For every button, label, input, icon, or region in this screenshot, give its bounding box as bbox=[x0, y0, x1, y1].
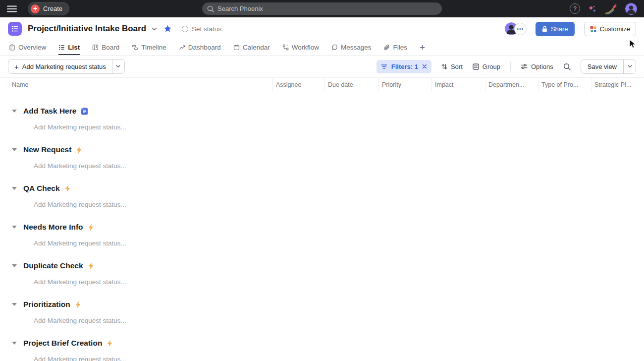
add-task-row[interactable]: Add Marketing request status... bbox=[34, 162, 644, 170]
title-dropdown-chevron-icon[interactable] bbox=[152, 27, 157, 31]
options-button[interactable]: Options bbox=[521, 63, 553, 70]
lock-icon bbox=[542, 26, 547, 32]
ai-sparkles-icon[interactable] bbox=[588, 4, 597, 13]
task-list: Add Task Here Add Marketing request stat… bbox=[0, 104, 644, 361]
tab-messages[interactable]: Messages bbox=[331, 40, 372, 55]
calendar-icon bbox=[233, 44, 240, 51]
add-task-row[interactable]: Add Marketing request status... bbox=[34, 278, 644, 286]
tab-dashboard[interactable]: Dashboard bbox=[179, 40, 221, 55]
collapse-chevron-icon[interactable] bbox=[12, 110, 17, 113]
save-view-split-button: Save view bbox=[581, 59, 636, 74]
collapse-chevron-icon[interactable] bbox=[12, 342, 17, 345]
tab-label: Board bbox=[102, 44, 119, 51]
tab-files[interactable]: Files bbox=[383, 40, 407, 55]
column-header-due-date[interactable]: Due date bbox=[324, 78, 378, 92]
add-task-row[interactable]: Add Marketing request status... bbox=[34, 356, 644, 361]
group-title[interactable]: Duplicate Check bbox=[23, 261, 83, 270]
status-circle-icon bbox=[182, 26, 188, 32]
add-marketing-request-status-button[interactable]: + Add Marketing request status bbox=[8, 59, 112, 74]
group-header: New Request bbox=[12, 143, 644, 157]
add-view-button[interactable]: + bbox=[420, 40, 425, 55]
collapse-chevron-icon[interactable] bbox=[12, 148, 17, 151]
hamburger-menu-icon[interactable] bbox=[7, 5, 18, 13]
group-title[interactable]: Add Task Here bbox=[23, 107, 76, 116]
save-view-button[interactable]: Save view bbox=[581, 59, 624, 74]
customize-button[interactable]: Customize bbox=[584, 22, 636, 36]
add-status-dropdown-chevron[interactable] bbox=[112, 59, 125, 74]
add-task-row[interactable]: Add Marketing request status... bbox=[34, 240, 644, 247]
document-icon[interactable] bbox=[81, 108, 88, 115]
status-group: Needs More Info Add Marketing request st… bbox=[12, 220, 644, 247]
column-header-type-of-project[interactable]: Type of Pro... bbox=[538, 78, 591, 92]
tab-label: Files bbox=[393, 44, 407, 51]
collapse-chevron-icon[interactable] bbox=[12, 187, 17, 190]
group-title[interactable]: Prioritization bbox=[23, 300, 70, 309]
collapse-chevron-icon[interactable] bbox=[12, 264, 17, 267]
create-button[interactable]: + Create bbox=[28, 2, 69, 15]
page-header: Project/Initiative Intake Board Set stat… bbox=[0, 17, 644, 40]
set-status-button[interactable]: Set status bbox=[182, 25, 221, 33]
tab-calendar[interactable]: Calendar bbox=[233, 40, 270, 55]
bolt-icon[interactable] bbox=[107, 340, 113, 347]
save-view-label: Save view bbox=[588, 63, 617, 70]
plus-icon: + bbox=[420, 42, 425, 53]
add-task-row[interactable]: Add Marketing request status... bbox=[34, 123, 644, 131]
status-group: Project Brief Creation Add Marketing req… bbox=[12, 336, 644, 361]
group-title[interactable]: QA Check bbox=[23, 184, 60, 193]
filters-chip[interactable]: Filters: 1 bbox=[376, 60, 431, 73]
search-tasks-icon[interactable] bbox=[563, 63, 571, 70]
column-header-name[interactable]: Name bbox=[0, 78, 272, 92]
bolt-icon[interactable] bbox=[64, 185, 71, 192]
tab-label: Timeline bbox=[141, 44, 166, 51]
workflow-icon bbox=[282, 44, 289, 51]
more-members-button[interactable]: ••• bbox=[514, 23, 527, 35]
tab-workflow[interactable]: Workflow bbox=[282, 40, 319, 55]
share-label: Share bbox=[551, 25, 568, 33]
page-title: Project/Initiative Intake Board bbox=[28, 24, 146, 34]
set-status-label: Set status bbox=[192, 25, 221, 33]
list-toolbar: + Add Marketing request status Filters: … bbox=[0, 56, 644, 77]
add-task-row[interactable]: Add Marketing request status... bbox=[34, 201, 644, 208]
clear-filters-icon[interactable] bbox=[422, 64, 427, 69]
column-header-department[interactable]: Departmen... bbox=[485, 78, 538, 92]
group-title[interactable]: Project Brief Creation bbox=[23, 339, 102, 348]
collapse-chevron-icon[interactable] bbox=[12, 226, 17, 229]
favorite-star-icon[interactable] bbox=[163, 25, 172, 33]
bolt-icon[interactable] bbox=[88, 224, 94, 231]
tab-list[interactable]: List bbox=[58, 40, 80, 55]
add-task-row[interactable]: Add Marketing request status... bbox=[34, 317, 644, 324]
user-avatar[interactable] bbox=[625, 3, 637, 15]
group-title[interactable]: New Request bbox=[23, 145, 71, 154]
add-status-split-button: + Add Marketing request status bbox=[8, 59, 125, 74]
column-header-assignee[interactable]: Assignee bbox=[272, 78, 324, 92]
column-header-impact[interactable]: Impact bbox=[431, 78, 485, 92]
bolt-icon[interactable] bbox=[88, 262, 94, 270]
search-input[interactable]: Search Phoenix bbox=[202, 2, 442, 15]
tab-overview[interactable]: Overview bbox=[9, 40, 46, 55]
project-list-icon[interactable] bbox=[8, 22, 22, 36]
group-title[interactable]: Needs More Info bbox=[23, 223, 83, 232]
chevron-down-icon bbox=[628, 65, 632, 68]
collapse-chevron-icon[interactable] bbox=[12, 303, 17, 306]
add-status-label: Add Marketing request status bbox=[22, 63, 106, 70]
share-button[interactable]: Share bbox=[536, 22, 575, 36]
phoenix-celebration-icon[interactable] bbox=[604, 3, 618, 14]
tab-label: Calendar bbox=[243, 44, 270, 51]
column-header-strategic-pillar[interactable]: Strategic Pi... bbox=[591, 78, 644, 92]
column-header-priority[interactable]: Priority bbox=[378, 78, 431, 92]
group-label: Group bbox=[483, 63, 500, 70]
bolt-icon[interactable] bbox=[75, 301, 81, 308]
bolt-icon[interactable] bbox=[76, 146, 82, 154]
sort-label: Sort bbox=[451, 63, 463, 70]
overview-icon bbox=[9, 44, 15, 51]
tab-board[interactable]: Board bbox=[92, 40, 119, 55]
help-button[interactable]: ? bbox=[570, 3, 580, 14]
dashboard-icon bbox=[179, 44, 185, 51]
sort-button[interactable]: Sort bbox=[441, 63, 463, 70]
column-header-row: Name Assignee Due date Priority Impact D… bbox=[0, 77, 644, 92]
tab-label: List bbox=[68, 44, 80, 51]
search-icon bbox=[207, 5, 214, 12]
save-view-dropdown-chevron[interactable] bbox=[623, 59, 636, 74]
group-button[interactable]: Group bbox=[473, 63, 500, 70]
tab-timeline[interactable]: Timeline bbox=[132, 40, 166, 55]
